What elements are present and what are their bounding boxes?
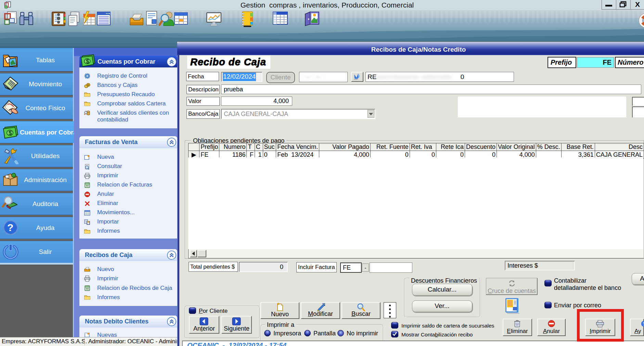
- svg-text:$: $: [86, 58, 89, 64]
- svg-text:$: $: [9, 130, 12, 136]
- svg-text:?: ?: [643, 321, 644, 326]
- svg-text:?: ?: [7, 222, 13, 233]
